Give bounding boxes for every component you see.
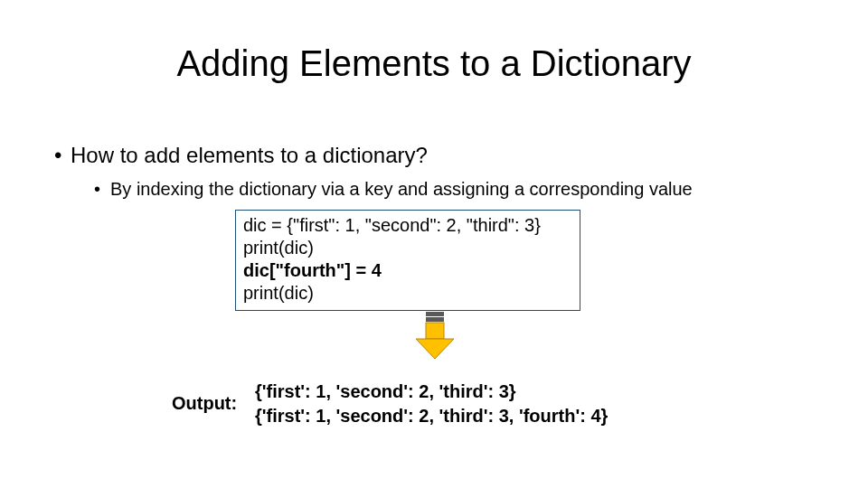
code-line-4: print(dic) xyxy=(243,282,572,305)
down-arrow-icon xyxy=(410,310,459,361)
output-label: Output: xyxy=(172,393,237,414)
bullet-level-2: By indexing the dictionary via a key and… xyxy=(110,178,693,200)
svg-marker-3 xyxy=(416,339,454,359)
svg-rect-1 xyxy=(426,317,444,322)
code-box: dic = {"first": 1, "second": 2, "third":… xyxy=(235,210,580,311)
output-text: {'first': 1, 'second': 2, 'third': 3} {'… xyxy=(255,380,608,428)
code-line-3: dic["fourth"] = 4 xyxy=(243,259,572,282)
slide: Adding Elements to a Dictionary How to a… xyxy=(0,0,868,488)
svg-rect-2 xyxy=(426,323,444,339)
code-line-2: print(dic) xyxy=(243,237,572,259)
bullet-level-1: How to add elements to a dictionary? xyxy=(71,143,428,169)
slide-title: Adding Elements to a Dictionary xyxy=(0,43,868,84)
svg-rect-0 xyxy=(426,312,444,316)
output-line-1: {'first': 1, 'second': 2, 'third': 3} xyxy=(255,380,608,404)
code-line-1: dic = {"first": 1, "second": 2, "third":… xyxy=(243,214,572,237)
output-line-2: {'first': 1, 'second': 2, 'third': 3, 'f… xyxy=(255,404,608,428)
